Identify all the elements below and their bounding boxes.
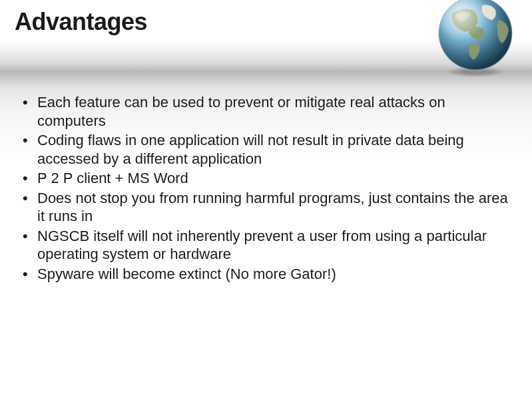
bullet-item: Does not stop you from running harmful p… xyxy=(15,189,512,226)
bullet-item: Each feature can be used to prevent or m… xyxy=(15,93,512,130)
slide: Advantages xyxy=(0,0,532,398)
bullet-item: NGSCB itself will not inherently prevent… xyxy=(15,227,512,264)
bullet-item: Coding flaws in one application will not… xyxy=(15,131,512,168)
content-area: Each feature can be used to prevent or m… xyxy=(15,93,512,284)
bullet-item: Spyware will become extinct (No more Gat… xyxy=(15,265,512,284)
bullet-list: Each feature can be used to prevent or m… xyxy=(15,93,512,283)
bullet-item: P 2 P client + MS Word xyxy=(15,169,512,188)
slide-title: Advantages xyxy=(15,8,147,36)
globe-icon xyxy=(432,0,519,80)
